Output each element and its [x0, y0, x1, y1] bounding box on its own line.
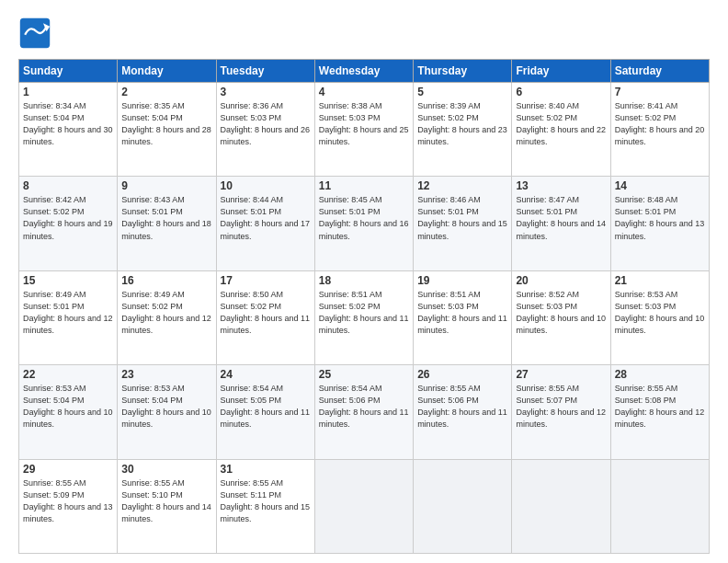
- table-row: 19Sunrise: 8:51 AMSunset: 5:03 PMDayligh…: [414, 270, 512, 364]
- day-info: Sunrise: 8:53 AMSunset: 5:04 PMDaylight:…: [121, 383, 211, 431]
- day-info: Sunrise: 8:53 AMSunset: 5:04 PMDaylight:…: [23, 383, 113, 431]
- day-info: Sunrise: 8:44 AMSunset: 5:01 PMDaylight:…: [221, 194, 311, 242]
- day-number: 13: [516, 179, 606, 192]
- table-row: 16Sunrise: 8:49 AMSunset: 5:02 PMDayligh…: [118, 270, 216, 364]
- day-number: 17: [221, 274, 311, 287]
- day-info: Sunrise: 8:47 AMSunset: 5:01 PMDaylight:…: [516, 194, 606, 242]
- day-number: 14: [615, 179, 705, 192]
- table-row: 27Sunrise: 8:55 AMSunset: 5:07 PMDayligh…: [512, 365, 610, 459]
- day-number: 30: [121, 463, 211, 476]
- calendar-week-row: 1Sunrise: 8:34 AMSunset: 5:04 PMDaylight…: [19, 83, 710, 177]
- calendar-header-row: Sunday Monday Tuesday Wednesday Thursday…: [19, 60, 710, 83]
- header: [18, 17, 710, 50]
- day-number: 23: [121, 368, 211, 381]
- day-info: Sunrise: 8:49 AMSunset: 5:01 PMDaylight:…: [23, 289, 113, 337]
- table-row: 30Sunrise: 8:55 AMSunset: 5:10 PMDayligh…: [118, 459, 216, 553]
- table-row: 17Sunrise: 8:50 AMSunset: 5:02 PMDayligh…: [216, 270, 314, 364]
- table-row: 24Sunrise: 8:54 AMSunset: 5:05 PMDayligh…: [216, 365, 314, 459]
- day-info: Sunrise: 8:38 AMSunset: 5:03 PMDaylight:…: [319, 100, 409, 148]
- day-info: Sunrise: 8:46 AMSunset: 5:01 PMDaylight:…: [417, 194, 507, 242]
- day-info: Sunrise: 8:55 AMSunset: 5:11 PMDaylight:…: [221, 477, 311, 525]
- day-number: 21: [615, 274, 705, 287]
- day-number: 25: [319, 368, 409, 381]
- day-number: 18: [319, 274, 409, 287]
- table-row: 7Sunrise: 8:41 AMSunset: 5:02 PMDaylight…: [610, 83, 709, 177]
- day-info: Sunrise: 8:55 AMSunset: 5:09 PMDaylight:…: [23, 477, 113, 525]
- logo-icon: [18, 17, 51, 50]
- table-row: [314, 459, 413, 553]
- day-number: 8: [23, 179, 113, 192]
- day-number: 19: [417, 274, 507, 287]
- day-info: Sunrise: 8:43 AMSunset: 5:01 PMDaylight:…: [121, 194, 211, 242]
- table-row: [512, 459, 610, 553]
- day-info: Sunrise: 8:55 AMSunset: 5:06 PMDaylight:…: [417, 383, 507, 431]
- table-row: 2Sunrise: 8:35 AMSunset: 5:04 PMDaylight…: [118, 83, 216, 177]
- table-row: [414, 459, 512, 553]
- calendar-week-row: 15Sunrise: 8:49 AMSunset: 5:01 PMDayligh…: [19, 270, 710, 364]
- header-wednesday: Wednesday: [314, 60, 413, 83]
- day-info: Sunrise: 8:41 AMSunset: 5:02 PMDaylight:…: [615, 100, 705, 148]
- day-info: Sunrise: 8:49 AMSunset: 5:02 PMDaylight:…: [121, 289, 211, 337]
- day-number: 29: [23, 463, 113, 476]
- header-monday: Monday: [118, 60, 216, 83]
- calendar-table: Sunday Monday Tuesday Wednesday Thursday…: [18, 59, 710, 554]
- day-number: 27: [516, 368, 606, 381]
- day-info: Sunrise: 8:53 AMSunset: 5:03 PMDaylight:…: [615, 289, 705, 337]
- table-row: 6Sunrise: 8:40 AMSunset: 5:02 PMDaylight…: [512, 83, 610, 177]
- day-number: 12: [417, 179, 507, 192]
- table-row: 13Sunrise: 8:47 AMSunset: 5:01 PMDayligh…: [512, 177, 610, 270]
- day-number: 16: [121, 274, 211, 287]
- day-number: 28: [615, 368, 705, 381]
- day-info: Sunrise: 8:55 AMSunset: 5:08 PMDaylight:…: [615, 383, 705, 431]
- table-row: 5Sunrise: 8:39 AMSunset: 5:02 PMDaylight…: [414, 83, 512, 177]
- table-row: 31Sunrise: 8:55 AMSunset: 5:11 PMDayligh…: [216, 459, 314, 553]
- day-number: 1: [23, 86, 113, 98]
- day-number: 5: [417, 86, 507, 98]
- table-row: 3Sunrise: 8:36 AMSunset: 5:03 PMDaylight…: [216, 83, 314, 177]
- table-row: 22Sunrise: 8:53 AMSunset: 5:04 PMDayligh…: [19, 365, 118, 459]
- table-row: 21Sunrise: 8:53 AMSunset: 5:03 PMDayligh…: [610, 270, 709, 364]
- day-number: 10: [221, 179, 311, 192]
- header-tuesday: Tuesday: [216, 60, 314, 83]
- table-row: 28Sunrise: 8:55 AMSunset: 5:08 PMDayligh…: [610, 365, 709, 459]
- day-info: Sunrise: 8:39 AMSunset: 5:02 PMDaylight:…: [417, 100, 507, 148]
- day-number: 3: [221, 86, 311, 98]
- day-info: Sunrise: 8:55 AMSunset: 5:07 PMDaylight:…: [516, 383, 606, 431]
- day-number: 20: [516, 274, 606, 287]
- day-info: Sunrise: 8:52 AMSunset: 5:03 PMDaylight:…: [516, 289, 606, 337]
- calendar-week-row: 29Sunrise: 8:55 AMSunset: 5:09 PMDayligh…: [19, 459, 710, 553]
- header-friday: Friday: [512, 60, 610, 83]
- day-info: Sunrise: 8:42 AMSunset: 5:02 PMDaylight:…: [23, 194, 113, 242]
- logo: [18, 17, 55, 50]
- day-number: 6: [516, 86, 606, 98]
- header-thursday: Thursday: [414, 60, 512, 83]
- calendar-week-row: 8Sunrise: 8:42 AMSunset: 5:02 PMDaylight…: [19, 177, 710, 270]
- table-row: 12Sunrise: 8:46 AMSunset: 5:01 PMDayligh…: [414, 177, 512, 270]
- day-info: Sunrise: 8:36 AMSunset: 5:03 PMDaylight:…: [221, 100, 311, 148]
- day-info: Sunrise: 8:40 AMSunset: 5:02 PMDaylight:…: [516, 100, 606, 148]
- day-info: Sunrise: 8:48 AMSunset: 5:01 PMDaylight:…: [615, 194, 705, 242]
- table-row: [610, 459, 709, 553]
- day-number: 24: [221, 368, 311, 381]
- calendar-week-row: 22Sunrise: 8:53 AMSunset: 5:04 PMDayligh…: [19, 365, 710, 459]
- day-info: Sunrise: 8:54 AMSunset: 5:05 PMDaylight:…: [221, 383, 311, 431]
- table-row: 9Sunrise: 8:43 AMSunset: 5:01 PMDaylight…: [118, 177, 216, 270]
- day-number: 4: [319, 86, 409, 98]
- day-info: Sunrise: 8:45 AMSunset: 5:01 PMDaylight:…: [319, 194, 409, 242]
- day-number: 11: [319, 179, 409, 192]
- day-number: 22: [23, 368, 113, 381]
- table-row: 25Sunrise: 8:54 AMSunset: 5:06 PMDayligh…: [314, 365, 413, 459]
- table-row: 18Sunrise: 8:51 AMSunset: 5:02 PMDayligh…: [314, 270, 413, 364]
- day-info: Sunrise: 8:51 AMSunset: 5:03 PMDaylight:…: [417, 289, 507, 337]
- table-row: 10Sunrise: 8:44 AMSunset: 5:01 PMDayligh…: [216, 177, 314, 270]
- table-row: 4Sunrise: 8:38 AMSunset: 5:03 PMDaylight…: [314, 83, 413, 177]
- day-number: 31: [221, 463, 311, 476]
- day-info: Sunrise: 8:55 AMSunset: 5:10 PMDaylight:…: [121, 477, 211, 525]
- day-info: Sunrise: 8:51 AMSunset: 5:02 PMDaylight:…: [319, 289, 409, 337]
- day-info: Sunrise: 8:34 AMSunset: 5:04 PMDaylight:…: [23, 100, 113, 148]
- day-info: Sunrise: 8:50 AMSunset: 5:02 PMDaylight:…: [221, 289, 311, 337]
- table-row: 20Sunrise: 8:52 AMSunset: 5:03 PMDayligh…: [512, 270, 610, 364]
- table-row: 11Sunrise: 8:45 AMSunset: 5:01 PMDayligh…: [314, 177, 413, 270]
- day-number: 15: [23, 274, 113, 287]
- table-row: 26Sunrise: 8:55 AMSunset: 5:06 PMDayligh…: [414, 365, 512, 459]
